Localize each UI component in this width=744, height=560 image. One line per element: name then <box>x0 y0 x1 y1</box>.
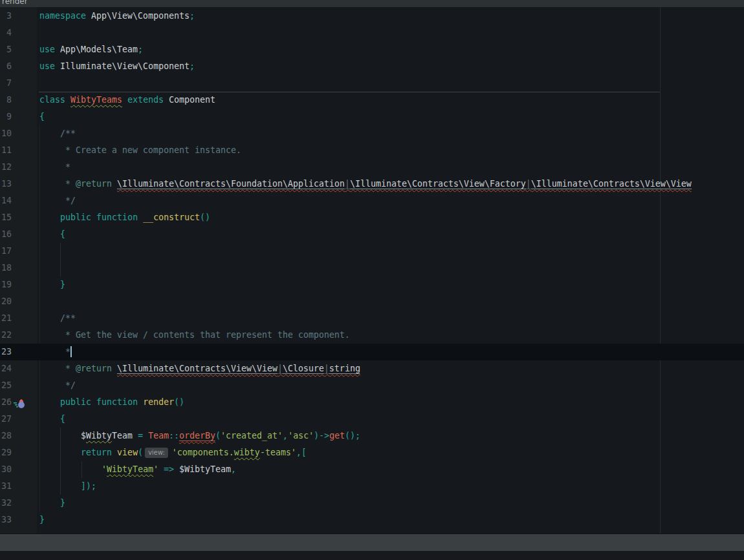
code-line[interactable]: 22 * Get the view / contents that repres… <box>0 327 744 344</box>
gutter-cell[interactable]: 28 <box>0 428 37 444</box>
line-number[interactable]: 5 <box>6 41 12 58</box>
line-number[interactable]: 6 <box>6 58 12 75</box>
code-text[interactable]: /** <box>37 310 744 327</box>
gutter-cell[interactable]: 5 <box>0 41 37 58</box>
code-text[interactable]: ]); <box>37 478 744 495</box>
gutter-cell[interactable]: 23 <box>0 344 37 360</box>
code-line[interactable]: 3namespace App\View\Components; <box>0 8 744 25</box>
code-text[interactable]: { <box>37 226 744 243</box>
code-line[interactable]: 32 } <box>0 495 744 512</box>
code-line[interactable]: 23 * <box>0 344 744 360</box>
gutter-cell[interactable]: 22 <box>0 327 37 344</box>
gutter-cell[interactable]: 17 <box>0 243 37 260</box>
code-line[interactable]: 4 <box>0 25 744 41</box>
gutter-cell[interactable]: 29 <box>0 444 37 461</box>
code-text[interactable] <box>37 25 744 41</box>
line-number[interactable]: 19 <box>1 276 12 293</box>
gutter-cell[interactable]: 21 <box>0 310 37 327</box>
gutter-cell[interactable]: 25 <box>0 377 37 394</box>
code-text[interactable]: } <box>37 512 744 528</box>
code-line[interactable]: 24 * @return \Illuminate\Contracts\View\… <box>0 360 744 377</box>
gutter-cell[interactable]: 19 <box>0 276 37 293</box>
gutter-cell[interactable]: 6 <box>0 58 37 75</box>
code-text[interactable]: use App\Models\Team; <box>37 41 744 58</box>
line-number[interactable]: 13 <box>1 176 12 192</box>
code-text[interactable]: } <box>37 495 744 512</box>
gutter-cell[interactable]: 7 <box>0 75 37 92</box>
code-text[interactable]: public function render() <box>37 394 744 411</box>
code-line[interactable]: 10 /** <box>0 125 744 142</box>
code-text[interactable]: * @return \Illuminate\Contracts\Foundati… <box>37 176 744 192</box>
code-line[interactable]: 12 * <box>0 159 744 176</box>
line-number[interactable]: 10 <box>1 125 12 142</box>
line-number[interactable]: 25 <box>1 377 12 394</box>
code-line[interactable]: 19 } <box>0 276 744 293</box>
code-line[interactable]: 33} <box>0 512 744 528</box>
code-line[interactable]: 26 public function render() <box>0 394 744 411</box>
line-number[interactable]: 11 <box>1 142 12 159</box>
code-text[interactable]: * <box>37 344 744 360</box>
code-line[interactable]: 29 return view(view:'components.wibty-te… <box>0 444 744 461</box>
code-line[interactable]: 14 */ <box>0 192 744 209</box>
code-line[interactable]: 13 * @return \Illuminate\Contracts\Found… <box>0 176 744 192</box>
gutter-cell[interactable]: 9 <box>0 109 37 125</box>
code-line[interactable]: 5use App\Models\Team; <box>0 41 744 58</box>
gutter-cell[interactable]: 10 <box>0 125 37 142</box>
code-line[interactable]: 15 public function __construct() <box>0 209 744 226</box>
code-line[interactable]: 17 <box>0 243 744 260</box>
line-number[interactable]: 29 <box>1 444 12 461</box>
code-text[interactable] <box>37 260 744 276</box>
code-text[interactable]: return view(view:'components.wibty-teams… <box>37 444 744 461</box>
line-number[interactable]: 27 <box>1 411 12 428</box>
code-text[interactable]: * Create a new component instance. <box>37 142 744 159</box>
code-editor[interactable]: 3namespace App\View\Components;45use App… <box>0 7 744 534</box>
line-number[interactable]: 22 <box>1 327 12 344</box>
tab-label[interactable]: render <box>2 0 28 6</box>
code-text[interactable] <box>37 75 744 92</box>
code-line[interactable]: 27 { <box>0 411 744 428</box>
code-line[interactable]: 21 /** <box>0 310 744 327</box>
rocket-icon[interactable] <box>14 398 25 408</box>
code-line[interactable]: 25 */ <box>0 377 744 394</box>
code-line[interactable]: 11 * Create a new component instance. <box>0 142 744 159</box>
gutter-cell[interactable]: 12 <box>0 159 37 176</box>
code-line[interactable]: 31 ]); <box>0 478 744 495</box>
code-text[interactable] <box>37 293 744 310</box>
code-text[interactable]: } <box>37 276 744 293</box>
gutter-cell[interactable]: 15 <box>0 209 37 226</box>
code-text[interactable]: { <box>37 109 744 125</box>
line-number[interactable]: 26 <box>1 394 12 411</box>
line-number[interactable]: 15 <box>1 209 12 226</box>
code-text[interactable]: public function __construct() <box>37 209 744 226</box>
code-text[interactable]: use Illuminate\View\Component; <box>37 58 744 75</box>
gutter-cell[interactable]: 11 <box>0 142 37 159</box>
line-number[interactable]: 14 <box>1 192 12 209</box>
gutter-cell[interactable]: 8 <box>0 92 37 109</box>
line-number[interactable]: 16 <box>1 226 12 243</box>
gutter-cell[interactable]: 14 <box>0 192 37 209</box>
code-line[interactable]: 16 { <box>0 226 744 243</box>
gutter-cell[interactable]: 27 <box>0 411 37 428</box>
gutter-cell[interactable]: 31 <box>0 478 37 495</box>
line-number[interactable]: 18 <box>1 260 12 276</box>
code-text[interactable]: * Get the view / contents that represent… <box>37 327 744 344</box>
gutter-cell[interactable]: 16 <box>0 226 37 243</box>
line-number[interactable]: 9 <box>6 109 12 125</box>
line-number[interactable]: 3 <box>6 8 12 25</box>
code-text[interactable]: $WibtyTeam = Team::orderBy('created_at',… <box>37 428 744 444</box>
code-text[interactable]: namespace App\View\Components; <box>37 8 744 25</box>
code-text[interactable]: */ <box>37 377 744 394</box>
code-line[interactable]: 6use Illuminate\View\Component; <box>0 58 744 75</box>
gutter-cell[interactable]: 20 <box>0 293 37 310</box>
code-text[interactable]: 'WibtyTeam' => $WibtyTeam, <box>37 461 744 478</box>
line-number[interactable]: 21 <box>1 310 12 327</box>
code-text[interactable]: /** <box>37 125 744 142</box>
line-number[interactable]: 8 <box>6 92 12 109</box>
code-line[interactable]: 28 $WibtyTeam = Team::orderBy('created_a… <box>0 428 744 444</box>
line-number[interactable]: 32 <box>1 495 12 512</box>
code-line[interactable]: 9{ <box>0 109 744 125</box>
line-number[interactable]: 33 <box>1 512 12 528</box>
code-text[interactable]: * <box>37 159 744 176</box>
code-line[interactable]: 7 <box>0 75 744 92</box>
line-number[interactable]: 17 <box>1 243 12 260</box>
